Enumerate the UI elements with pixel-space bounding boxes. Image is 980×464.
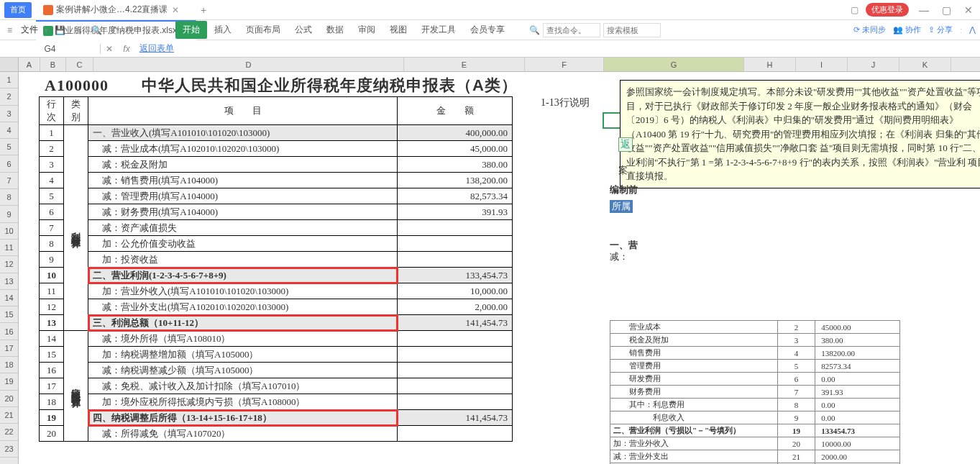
- formula-input[interactable]: 返回表单: [135, 42, 980, 55]
- ribbon-tab-6[interactable]: 视图: [383, 21, 414, 39]
- frag-bianzhi: 编制前: [610, 183, 638, 196]
- ribbon-tab-0[interactable]: 开始: [175, 21, 207, 39]
- je-cell: [398, 347, 513, 363]
- row-header[interactable]: 8: [0, 189, 18, 206]
- xm-cell: 减：免税、减计收入及加计扣除（填写A107010）: [88, 378, 398, 394]
- close-window-button[interactable]: ✕: [961, 4, 976, 16]
- xm-cell: 减：纳税调整减少额（填写A105000）: [88, 363, 398, 378]
- row-header[interactable]: 16: [0, 323, 18, 340]
- new-tab-button[interactable]: +: [196, 4, 211, 16]
- ribbon-tab-1[interactable]: 插入: [207, 21, 239, 39]
- ribbon-tab-3[interactable]: 公式: [288, 21, 319, 39]
- row-header[interactable]: 13: [0, 273, 18, 290]
- print-icon[interactable]: 🖨: [71, 25, 86, 35]
- table-row: 18 加：境外应税所得抵减境内亏损（填写A108000）: [40, 394, 513, 410]
- sub-c3: 82573.34: [815, 360, 900, 373]
- row-header[interactable]: 14: [0, 290, 18, 306]
- frag-suoshu: 所属: [610, 200, 633, 213]
- table-row: 销售费用4138200.00: [610, 347, 900, 360]
- row-header[interactable]: 2: [0, 88, 18, 105]
- sub-c1: 财务费用: [610, 386, 778, 399]
- col-header[interactable]: E: [404, 58, 525, 71]
- row-header[interactable]: 12: [0, 256, 18, 273]
- search-template-input[interactable]: [603, 23, 661, 37]
- sync-status[interactable]: ⟳ 未同步: [853, 24, 886, 35]
- col-header[interactable]: I: [796, 58, 848, 71]
- row-header[interactable]: 10: [0, 223, 18, 240]
- share-button[interactable]: ⇪ 分享: [928, 24, 953, 35]
- undo-icon[interactable]: ↶: [108, 25, 121, 35]
- je-cell: 400,000.00: [398, 125, 513, 141]
- ribbon-tab-5[interactable]: 审阅: [351, 21, 383, 39]
- yellow-note: 参照国家统一会计制度规定填写。本部分未设"研发费用""其他收益""资产处置收益"…: [620, 80, 980, 188]
- maximize-button[interactable]: ▢: [939, 4, 954, 16]
- col-header[interactable]: F: [525, 58, 604, 71]
- row-header[interactable]: 9: [0, 206, 18, 222]
- row-header[interactable]: 21: [0, 407, 18, 424]
- col-header[interactable]: B: [40, 58, 66, 71]
- ribbon-tab-2[interactable]: 页面布局: [239, 21, 288, 39]
- hc-cell: 16: [40, 363, 64, 378]
- sub-c3: 0.00: [815, 399, 900, 411]
- je-cell: [398, 220, 513, 236]
- name-box[interactable]: G4: [0, 44, 101, 54]
- table-row: 12 减：营业外支出(填写A102010\102020\103000)2,000…: [40, 299, 513, 315]
- close-tab-icon[interactable]: ✕: [172, 5, 179, 15]
- home-tab[interactable]: 首页: [4, 2, 32, 18]
- col-header[interactable]: K: [899, 58, 951, 71]
- return-badge[interactable]: 返: [618, 137, 633, 152]
- report-title: A100000 中华人民共和国企业所得税年度纳税申报表（A类）: [45, 75, 518, 96]
- row-header[interactable]: 22: [0, 424, 18, 440]
- row-header[interactable]: 11: [0, 240, 18, 256]
- file-dropdown-icon[interactable]: ∨: [44, 27, 49, 34]
- row-header[interactable]: 18: [0, 357, 18, 373]
- search-command-input[interactable]: [543, 23, 600, 37]
- col-header[interactable]: J: [848, 58, 899, 71]
- collab-button[interactable]: 👥 协作: [893, 24, 921, 35]
- row-header[interactable]: 15: [0, 306, 18, 323]
- sub-c3: 2000.00: [815, 450, 900, 463]
- table-row: 2 减：营业成本(填写A102010\102020\103000)45,000.…: [40, 141, 513, 157]
- sub-table: 营业成本245000.00 税金及附加3380.00 销售费用4138200.0…: [610, 320, 900, 464]
- ribbon-tab-7[interactable]: 开发工具: [414, 21, 463, 39]
- row-header[interactable]: 4: [0, 122, 18, 139]
- row-header[interactable]: 20: [0, 391, 18, 407]
- document-tab[interactable]: 案例讲解小微企…4.22直播课✕: [36, 0, 196, 20]
- ribbon-tab-8[interactable]: 会员专享: [463, 21, 512, 39]
- sub-c2: 8: [777, 399, 815, 411]
- sub-c3: 10000.00: [815, 437, 900, 450]
- col-header[interactable]: C: [66, 58, 93, 71]
- je-cell: 391.93: [398, 204, 513, 220]
- row-header[interactable]: 6: [0, 155, 18, 172]
- row-header[interactable]: 5: [0, 139, 18, 155]
- file-menu[interactable]: 文件: [18, 24, 41, 36]
- save-icon[interactable]: 💾: [52, 25, 68, 35]
- sub-c1: 利息收入: [610, 411, 778, 424]
- more-icon[interactable]: ⋀: [969, 25, 976, 35]
- cancel-formula-icon[interactable]: ✕: [101, 44, 118, 54]
- row-header[interactable]: 3: [0, 106, 18, 122]
- row-header[interactable]: 19: [0, 373, 18, 390]
- redo-icon[interactable]: ↷: [124, 25, 137, 35]
- column-headers: ABCDEFGHIJK: [0, 58, 980, 72]
- fx-icon[interactable]: fx: [118, 44, 135, 54]
- cells-area[interactable]: A100000 中华人民共和国企业所得税年度纳税申报表（A类） 行次 类别 项 …: [19, 72, 980, 464]
- ribbon-tab-4[interactable]: 数据: [319, 21, 351, 39]
- xm-cell: 减：营业外支出(填写A102010\102020\103000): [88, 299, 398, 315]
- row-header[interactable]: 17: [0, 340, 18, 357]
- preview-icon[interactable]: 🔍: [88, 25, 105, 35]
- col-header[interactable]: G: [604, 58, 744, 71]
- je-cell: [398, 252, 513, 268]
- col-header[interactable]: A: [19, 58, 40, 71]
- col-header[interactable]: D: [93, 58, 404, 71]
- row-header[interactable]: 1: [0, 72, 18, 88]
- row-header[interactable]: 7: [0, 173, 18, 189]
- row-header[interactable]: 23: [0, 441, 18, 458]
- xm-cell: 减：境外所得（填写A108010）: [88, 331, 398, 347]
- col-header[interactable]: H: [744, 58, 796, 71]
- login-badge[interactable]: 优惠登录: [866, 3, 909, 17]
- minimize-button[interactable]: —: [916, 4, 932, 16]
- hc-cell: 19: [40, 410, 64, 426]
- select-all-corner[interactable]: [0, 58, 19, 71]
- app-menu-icon[interactable]: ≡: [4, 25, 15, 35]
